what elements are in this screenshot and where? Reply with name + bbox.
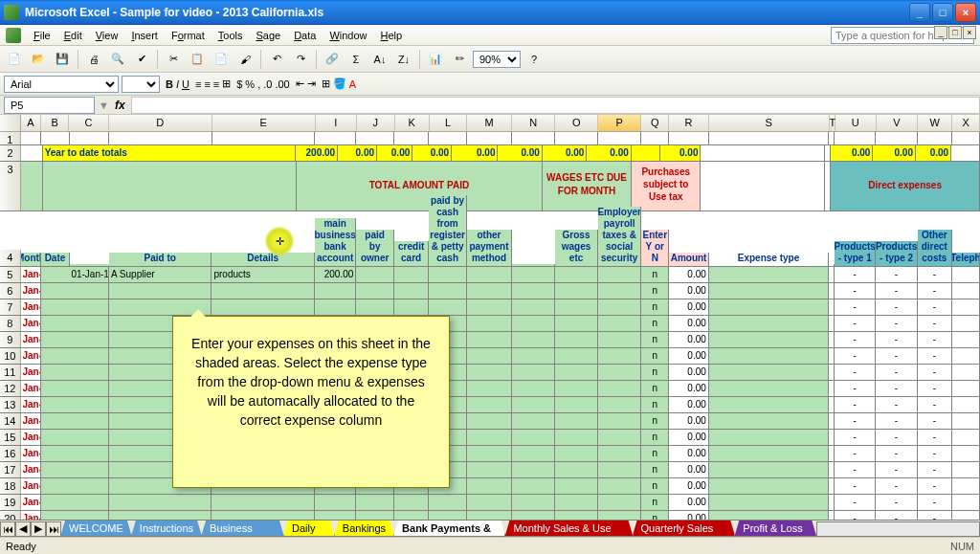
inc-indent-button[interactable]: ⇥	[307, 78, 316, 90]
sheet-tab[interactable]: Monthly Sales & Use Tax Summary	[504, 521, 633, 537]
menu-view[interactable]: View	[89, 28, 125, 43]
size-select[interactable]	[122, 76, 160, 93]
inc-decimal-button[interactable]: .0	[263, 78, 272, 90]
col-header-O[interactable]: O	[555, 115, 598, 131]
sort-asc-button[interactable]: A↓	[369, 49, 390, 70]
col-header-V[interactable]: V	[877, 115, 918, 131]
underline-button[interactable]: U	[182, 78, 189, 90]
tab-prev-button[interactable]: ◀	[15, 521, 31, 537]
sheet-tab[interactable]: Daily sales	[283, 521, 335, 537]
undo-button[interactable]: ↶	[266, 49, 287, 70]
sheet-tab[interactable]: Quarterly Sales Tax returns	[633, 521, 736, 537]
col-header-S[interactable]: S	[709, 115, 830, 131]
sheet-tab[interactable]: Bank Payments & Expenses	[393, 521, 505, 537]
mdi-close[interactable]: ×	[963, 26, 976, 39]
dec-decimal-button[interactable]: .00	[275, 78, 289, 90]
tab-first-button[interactable]: ⏮	[0, 521, 15, 537]
row-header-20[interactable]: 20	[0, 511, 21, 520]
sheet-tab[interactable]: Instructions	[131, 521, 202, 537]
font-select[interactable]: Arial	[4, 76, 119, 93]
spell-button[interactable]: ✔	[131, 49, 152, 70]
select-all-corner[interactable]	[0, 115, 21, 131]
menu-tools[interactable]: Tools	[212, 28, 250, 43]
menu-data[interactable]: Data	[287, 28, 323, 43]
mdi-minimize[interactable]: _	[934, 26, 947, 39]
col-header-B[interactable]: B	[41, 115, 69, 131]
menu-help[interactable]: Help	[374, 28, 410, 43]
row-header-17[interactable]: 17	[0, 462, 21, 477]
col-header-C[interactable]: C	[69, 115, 108, 131]
col-header-K[interactable]: K	[395, 115, 430, 131]
save-button[interactable]: 💾	[52, 49, 73, 70]
menu-window[interactable]: Window	[323, 28, 373, 43]
col-header-U[interactable]: U	[835, 115, 877, 131]
spreadsheet-grid[interactable]: ABCDEIJKLMNOPQRSTUVWX 12Year to date tot…	[0, 115, 980, 520]
menu-edit[interactable]: Edit	[57, 28, 89, 43]
help-button[interactable]: ?	[523, 49, 545, 70]
sheet-tab[interactable]: Profit & Loss accoun	[734, 521, 816, 537]
format-painter-button[interactable]: 🖌	[234, 49, 256, 70]
fx-icon[interactable]: fx	[115, 99, 125, 112]
row-header-3[interactable]: 3	[0, 162, 21, 211]
row-header-16[interactable]: 16	[0, 446, 21, 461]
redo-button[interactable]: ↷	[290, 49, 311, 70]
print-button[interactable]: 🖨	[83, 49, 104, 70]
currency-button[interactable]: $	[236, 78, 242, 90]
row-header-11[interactable]: 11	[0, 365, 21, 380]
chart-button[interactable]: 📊	[425, 49, 446, 70]
autosum-button[interactable]: Σ	[345, 49, 367, 70]
comma-button[interactable]: ,	[257, 78, 260, 90]
close-button[interactable]: ×	[955, 3, 976, 22]
tab-next-button[interactable]: ▶	[31, 521, 46, 537]
align-right-button[interactable]: ≡	[213, 78, 219, 90]
fill-color-button[interactable]: 🪣	[333, 78, 346, 90]
col-header-I[interactable]: I	[316, 115, 357, 131]
row-header-13[interactable]: 13	[0, 397, 21, 412]
copy-button[interactable]: 📋	[187, 49, 208, 70]
preview-button[interactable]: 🔍	[107, 49, 128, 70]
col-header-L[interactable]: L	[430, 115, 468, 131]
tab-last-button[interactable]: ⏭	[46, 521, 61, 537]
col-header-W[interactable]: W	[918, 115, 952, 131]
name-box[interactable]: P5	[4, 97, 95, 114]
zoom-select[interactable]: 90%	[473, 51, 521, 68]
col-header-J[interactable]: J	[357, 115, 395, 131]
row-header-12[interactable]: 12	[0, 381, 21, 396]
row-header-10[interactable]: 10	[0, 348, 21, 364]
italic-button[interactable]: I	[176, 78, 179, 90]
hyperlink-button[interactable]: 🔗	[322, 49, 343, 70]
horizontal-scrollbar[interactable]	[816, 521, 980, 537]
col-header-E[interactable]: E	[212, 115, 316, 131]
borders-button[interactable]: ⊞	[322, 78, 330, 90]
drawing-button[interactable]: ✏	[449, 49, 470, 70]
row-header-4[interactable]: 4	[0, 250, 21, 266]
align-left-button[interactable]: ≡	[195, 78, 201, 90]
cut-button[interactable]: ✂	[163, 49, 184, 70]
dec-indent-button[interactable]: ⇤	[296, 78, 304, 90]
new-button[interactable]: 📄	[4, 49, 25, 70]
col-header-M[interactable]: M	[467, 115, 512, 131]
menu-sage[interactable]: Sage	[249, 28, 287, 43]
menu-format[interactable]: Format	[165, 28, 212, 43]
row-header-15[interactable]: 15	[0, 430, 21, 445]
menu-file[interactable]: File	[27, 28, 57, 43]
col-header-D[interactable]: D	[109, 115, 212, 131]
row-header-2[interactable]: 2	[0, 145, 21, 161]
col-header-P[interactable]: P	[598, 115, 641, 131]
merge-button[interactable]: ⊞	[222, 78, 231, 90]
minimize-button[interactable]: _	[909, 3, 930, 22]
row-header-7[interactable]: 7	[0, 299, 21, 315]
col-header-R[interactable]: R	[669, 115, 708, 131]
sort-desc-button[interactable]: Z↓	[393, 49, 414, 70]
col-header-N[interactable]: N	[512, 115, 555, 131]
sheet-tab[interactable]: Bankings	[334, 521, 394, 537]
row-header-14[interactable]: 14	[0, 413, 21, 429]
row-header-18[interactable]: 18	[0, 478, 21, 494]
row-header-1[interactable]: 1	[0, 132, 21, 144]
row-header-5[interactable]: 5	[0, 267, 21, 282]
formula-bar[interactable]	[131, 97, 980, 114]
sheet-tab[interactable]: WELCOME	[60, 521, 132, 537]
percent-button[interactable]: %	[245, 78, 255, 90]
maximize-button[interactable]: □	[932, 3, 953, 22]
bold-button[interactable]: B	[166, 78, 173, 90]
